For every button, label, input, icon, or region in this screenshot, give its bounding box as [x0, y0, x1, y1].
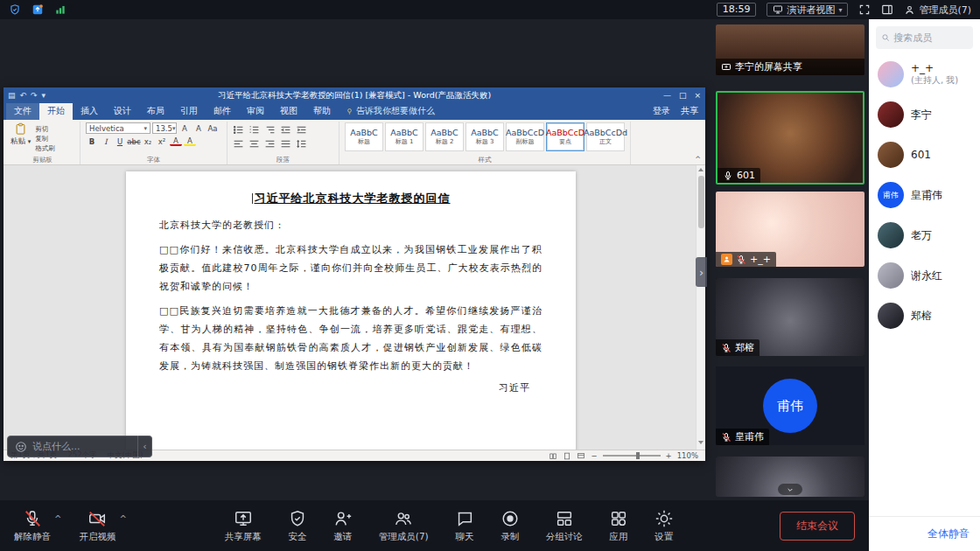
unmute-button[interactable]: 解除静音: [14, 509, 51, 543]
view-mode-dropdown[interactable]: 演讲者视图 ▾: [766, 3, 848, 17]
mute-all-button[interactable]: 全体静音: [928, 527, 970, 541]
doc-share-icon[interactable]: [32, 3, 44, 16]
emoji-icon[interactable]: [15, 441, 27, 453]
read-mode-icon[interactable]: [549, 452, 557, 460]
scroll-up-icon[interactable]: [698, 168, 704, 171]
invite-button[interactable]: 邀请: [333, 509, 353, 543]
tell-me-box[interactable]: 告诉我你想要做什么: [346, 105, 435, 120]
strikethrough-button[interactable]: abc: [128, 136, 140, 147]
apps-button[interactable]: 应用: [609, 509, 628, 543]
save-icon[interactable]: ▤: [8, 91, 16, 100]
paste-button[interactable]: 粘贴 ▾: [10, 122, 31, 147]
font-name-select[interactable]: Helvetica▾: [86, 122, 150, 134]
video-list-scroll-down[interactable]: [778, 484, 802, 495]
tab-design[interactable]: 设计: [106, 103, 139, 120]
undo-icon[interactable]: ↶: [20, 91, 27, 100]
align-left-icon[interactable]: [233, 138, 244, 150]
justify-icon[interactable]: [280, 138, 291, 150]
numbering-icon[interactable]: [248, 124, 260, 136]
format-painter-button[interactable]: 格式刷: [35, 144, 55, 153]
font-color-button[interactable]: A: [170, 136, 182, 146]
bullets-icon[interactable]: [233, 124, 244, 136]
increase-indent-icon[interactable]: [296, 124, 307, 136]
italic-button[interactable]: I: [100, 136, 112, 147]
tab-insert[interactable]: 插入: [73, 103, 106, 120]
style-card[interactable]: AaBbC标题 1: [385, 122, 424, 151]
tab-references[interactable]: 引用: [172, 103, 206, 120]
bold-button[interactable]: B: [86, 136, 98, 147]
share-screen-button[interactable]: 共享屏幕: [225, 509, 262, 543]
settings-button[interactable]: 设置: [654, 509, 674, 543]
video-tile-partial[interactable]: [716, 457, 864, 497]
tab-review[interactable]: 审阅: [239, 103, 272, 120]
tab-file[interactable]: 文件: [6, 103, 39, 120]
participant-row[interactable]: +_+(主持人, 我): [869, 54, 980, 94]
breakout-rooms-button[interactable]: 分组讨论: [546, 509, 583, 543]
web-layout-icon[interactable]: [577, 452, 585, 460]
start-video-button[interactable]: 开启视频: [79, 509, 116, 543]
video-tile[interactable]: 郑榕: [716, 278, 864, 356]
video-tile-active-speaker[interactable]: 601: [716, 91, 864, 185]
fullscreen-icon[interactable]: [858, 3, 871, 16]
participant-row[interactable]: 郑榕: [869, 296, 980, 336]
style-card[interactable]: AaBbCcDd正文: [586, 122, 625, 151]
print-layout-icon[interactable]: [563, 452, 571, 460]
cut-button[interactable]: 剪切: [35, 125, 55, 134]
video-tile[interactable]: 甫伟 皇甫伟: [716, 366, 864, 445]
copy-button[interactable]: 复制: [35, 135, 55, 143]
style-card[interactable]: AaBbC标题: [345, 122, 383, 151]
document-page[interactable]: 习近平给北京科技大学老教授的回信 北京科技大学的老教授们： □□你们好！来信收悉…: [126, 171, 576, 450]
tab-help[interactable]: 帮助: [305, 103, 339, 120]
zoom-slider-thumb[interactable]: [636, 452, 640, 459]
tab-mailings[interactable]: 邮件: [206, 103, 239, 120]
subscript-button[interactable]: x₂: [142, 136, 154, 147]
align-right-icon[interactable]: [264, 138, 276, 150]
style-card[interactable]: AaBbC标题 2: [425, 122, 464, 151]
redo-icon[interactable]: ↷: [31, 91, 38, 100]
underline-button[interactable]: U: [114, 136, 126, 147]
zoom-in-icon[interactable]: +: [666, 451, 672, 460]
align-center-icon[interactable]: [248, 138, 260, 150]
change-case-button[interactable]: Aa: [206, 122, 219, 134]
tab-view[interactable]: 视图: [272, 103, 305, 120]
zoom-out-icon[interactable]: −: [591, 451, 597, 460]
network-signal-icon[interactable]: [54, 3, 66, 16]
ribbon-collapse-icon[interactable]: ^: [695, 156, 701, 164]
shrink-font-button[interactable]: A: [192, 122, 205, 134]
audio-options-chevron[interactable]: ^: [54, 514, 61, 524]
superscript-button[interactable]: x²: [156, 136, 168, 147]
multilevel-list-icon[interactable]: [264, 124, 276, 136]
video-tile-screenshare[interactable]: 李宁的屏幕共享: [716, 24, 864, 75]
chat-collapse-handle[interactable]: ‹: [138, 436, 152, 457]
style-card[interactable]: AaBbCcD副标题: [506, 122, 544, 151]
grow-font-button[interactable]: A: [178, 122, 191, 134]
close-icon[interactable]: ×: [694, 91, 701, 100]
line-spacing-icon[interactable]: [296, 138, 307, 150]
tab-layout[interactable]: 布局: [139, 103, 172, 120]
search-input[interactable]: [893, 32, 968, 44]
participant-search[interactable]: [876, 26, 973, 49]
manage-members-top-button[interactable]: 管理成员(7): [904, 3, 971, 17]
share-button[interactable]: 共享: [681, 105, 698, 117]
style-card[interactable]: AaBbC标题 3: [466, 122, 504, 151]
video-tile[interactable]: +_+: [716, 192, 864, 267]
decrease-indent-icon[interactable]: [280, 124, 291, 136]
zoom-slider[interactable]: [603, 455, 661, 457]
chat-quick-input[interactable]: 说点什么...: [7, 436, 138, 457]
participant-row[interactable]: 甫伟 皇甫伟: [869, 175, 980, 215]
security-shield-icon[interactable]: [9, 3, 21, 16]
participant-row[interactable]: 李宁: [869, 94, 980, 135]
participant-row[interactable]: 老万: [869, 215, 980, 255]
zoom-level[interactable]: 110%: [677, 451, 698, 460]
minimize-icon[interactable]: —: [663, 91, 671, 100]
layout-switch-icon[interactable]: [881, 3, 893, 16]
video-options-chevron[interactable]: ^: [119, 514, 126, 524]
scrollbar-thumb[interactable]: [698, 176, 704, 228]
panel-collapse-handle[interactable]: ›: [696, 257, 707, 287]
login-button[interactable]: 登录: [653, 105, 670, 117]
chat-button[interactable]: 聊天: [455, 509, 474, 543]
document-scrollbar[interactable]: [696, 165, 705, 450]
manage-members-button[interactable]: 管理成员(7): [379, 509, 429, 543]
participant-row[interactable]: 谢永红: [869, 255, 980, 296]
style-card-selected[interactable]: AaBbCcD要点: [546, 122, 584, 151]
